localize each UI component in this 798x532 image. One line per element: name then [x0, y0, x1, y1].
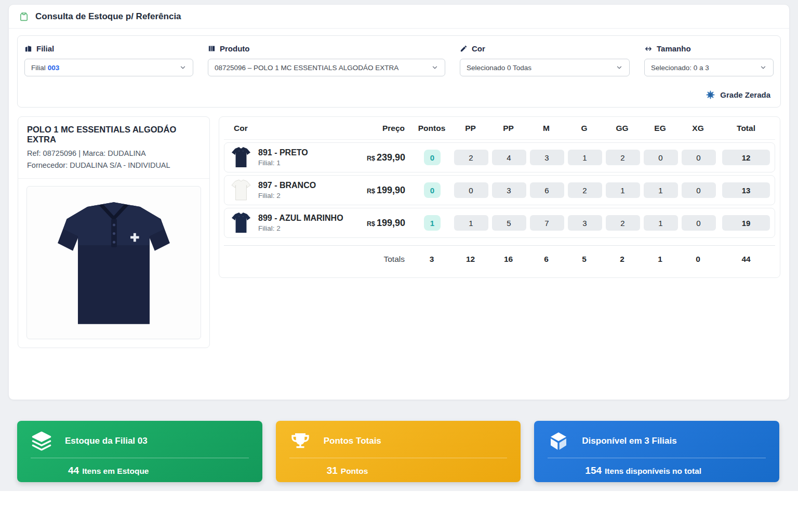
tamanho-select[interactable]: Selecionado: 0 a 3 — [644, 59, 774, 76]
grade-zerada-toggle[interactable]: Grade Zerada — [24, 90, 774, 100]
card-caption: Pontos — [341, 467, 368, 475]
product-ref: Ref: 08725096 | Marca: DUDALINA — [27, 149, 201, 157]
filters-box: Filial Filial003 — [17, 35, 781, 108]
size-cell-gg: 1 — [606, 182, 640, 198]
col-header-pontos: Pontos — [412, 124, 451, 133]
card-title: Disponível em 3 Filiais — [582, 436, 676, 446]
total-pp1: 12 — [451, 255, 489, 264]
col-header-gg: GG — [603, 124, 641, 133]
card-caption: Itens disponíveis no total — [605, 467, 701, 475]
title-bar: Consulta de Estoque p/ Referência — [9, 5, 789, 29]
color-filial: Filial: 2 — [258, 192, 316, 200]
gear-icon — [706, 90, 715, 100]
shirt-icon — [18, 11, 30, 22]
total-pp2: 16 — [489, 255, 527, 264]
size-cell-pp1: 2 — [454, 150, 488, 165]
totals-label: Totals — [355, 255, 412, 264]
price: 199,90 — [377, 185, 405, 195]
chevron-down-icon — [616, 64, 623, 71]
col-header-g: G — [565, 124, 603, 133]
product-supplier: Fornecedor: DUDALINA S/A - INDIVIDUAL — [27, 161, 201, 169]
page-title: Consulta de Estoque p/ Referência — [35, 11, 181, 22]
chevron-down-icon — [179, 64, 187, 71]
stock-table: Cor Preço Pontos PP PP M G GG EG XG Tota… — [219, 116, 780, 278]
cor-select[interactable]: Selecionado 0 Todas — [460, 59, 630, 76]
double-arrow-icon — [644, 45, 653, 52]
cube-icon — [548, 431, 569, 451]
size-cell-xg: 0 — [682, 182, 716, 198]
tshirt-dark-icon — [231, 146, 251, 169]
pontos-badge: 1 — [424, 215, 441, 231]
building-icon — [24, 45, 32, 52]
grand-total: 44 — [717, 255, 775, 264]
product-name: POLO 1 MC ESSENTIALS ALGODÁO EXTRA — [27, 125, 201, 144]
row-total: 19 — [722, 215, 770, 231]
produto-label: Produto — [220, 44, 250, 53]
filial-select-prefix: Filial — [31, 64, 46, 72]
size-cell-g: 1 — [568, 150, 602, 165]
col-header-m: M — [527, 124, 565, 133]
table-header-row: Cor Preço Pontos PP PP M G GG EG XG Tota… — [224, 117, 775, 140]
col-header-preco: Preço — [355, 124, 412, 133]
col-header-pp1: PP — [451, 124, 489, 133]
size-cell-pp2: 4 — [492, 150, 526, 165]
table-row[interactable]: 891 - PRETO Filial: 1 R$239,90 0 2 4 3 1… — [224, 142, 775, 172]
product-image — [26, 186, 201, 339]
chevron-down-icon — [760, 64, 767, 71]
size-cell-eg: 1 — [644, 215, 678, 231]
card-value: 44 — [68, 465, 79, 476]
filter-tamanho: Tamanho Selecionado: 0 a 3 — [644, 44, 774, 76]
card-caption: Itens em Estoque — [82, 467, 149, 475]
currency: R$ — [367, 220, 375, 228]
total-g: 5 — [565, 255, 603, 264]
total-pontos: 3 — [412, 255, 451, 264]
product-panel: POLO 1 MC ESSENTIALS ALGODÁO EXTRA Ref: … — [18, 116, 210, 348]
size-cell-xg: 0 — [682, 150, 716, 165]
color-filial: Filial: 1 — [258, 159, 308, 167]
size-cell-gg: 2 — [606, 215, 640, 231]
summary-card-pontos: Pontos Totais 31Pontos — [276, 421, 521, 482]
card-divider — [289, 458, 508, 458]
pontos-badge: 0 — [424, 150, 441, 165]
total-m: 6 — [527, 255, 565, 264]
size-cell-g: 2 — [568, 182, 602, 198]
chevron-down-icon — [431, 64, 438, 71]
size-cell-eg: 1 — [644, 182, 678, 198]
size-cell-pp2: 5 — [492, 215, 526, 231]
size-cell-pp2: 3 — [492, 182, 526, 198]
col-header-total: Total — [717, 124, 775, 133]
card-value: 31 — [327, 465, 338, 476]
card-value: 154 — [585, 465, 602, 476]
color-name: 897 - BRANCO — [258, 181, 316, 190]
filial-select[interactable]: Filial003 — [24, 59, 193, 76]
table-row[interactable]: 897 - BRANCO Filial: 2 R$199,90 0 0 3 6 … — [224, 175, 775, 205]
total-gg: 2 — [603, 255, 641, 264]
filter-cor: Cor Selecionado 0 Todas — [460, 44, 630, 76]
color-name: 899 - AZUL MARINHO — [258, 214, 343, 223]
size-cell-g: 3 — [568, 215, 602, 231]
tamanho-select-value: Selecionado: 0 a 3 — [651, 64, 709, 72]
cor-select-value: Selecionado 0 Todas — [467, 64, 531, 72]
col-header-xg: XG — [679, 124, 717, 133]
grade-zerada-label: Grade Zerada — [720, 90, 770, 99]
produto-select-value: 08725096 – POLO 1 MC ESSENTIALS ALGODÁO … — [215, 64, 398, 72]
total-xg: 0 — [679, 255, 717, 264]
produto-select[interactable]: 08725096 – POLO 1 MC ESSENTIALS ALGODÁO … — [208, 59, 445, 76]
row-total: 13 — [722, 182, 770, 198]
card-divider — [31, 458, 249, 458]
tshirt-white-icon — [231, 179, 251, 202]
table-row[interactable]: 899 - AZUL MARINHO Filial: 2 R$199,90 1 … — [224, 208, 775, 238]
color-filial: Filial: 2 — [258, 224, 343, 232]
cor-label: Cor — [472, 44, 485, 53]
size-cell-gg: 2 — [606, 150, 640, 165]
size-cell-pp1: 0 — [454, 182, 488, 198]
filter-filial: Filial Filial003 — [24, 44, 193, 76]
card-title: Estoque da Filial 03 — [65, 436, 148, 446]
filial-label: Filial — [36, 44, 54, 53]
col-header-cor: Cor — [224, 124, 355, 133]
card-divider — [548, 458, 766, 458]
archive-box-icon — [208, 45, 216, 52]
trophy-icon — [289, 431, 311, 451]
pontos-badge: 0 — [424, 182, 441, 198]
totals-row: Totals 3 12 16 6 5 2 1 0 44 — [224, 245, 775, 264]
